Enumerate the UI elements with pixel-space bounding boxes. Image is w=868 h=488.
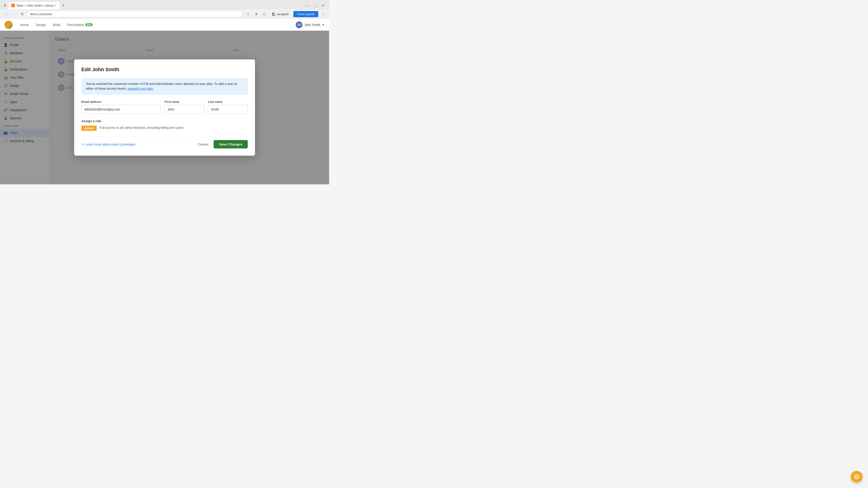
reload-button[interactable]: ↻	[19, 11, 25, 17]
first-name-field[interactable]	[164, 105, 204, 114]
learn-more-text: Learn more about roles & privileges	[86, 142, 135, 146]
alert-banner: You've reached the maximum number of Ful…	[81, 78, 248, 95]
back-button[interactable]: ←	[3, 11, 9, 17]
incognito-button[interactable]: 🕵 Incognito	[269, 11, 291, 17]
modal-footer: ↗ Learn more about roles & privileges Ca…	[81, 136, 248, 149]
extensions-button[interactable]: ⬡	[261, 11, 268, 17]
nav-item-build[interactable]: Build	[50, 22, 63, 28]
first-name-label: First name	[164, 100, 204, 103]
role-description: Full access to all Litmus features, incl…	[99, 126, 183, 130]
close-button[interactable]: ✕	[320, 2, 327, 8]
app-logo	[4, 21, 13, 29]
user-avatar-top: JS	[296, 22, 303, 28]
window-controls: — ⬜ ✕	[304, 2, 327, 8]
email-label: Email address	[81, 100, 161, 103]
modal-title: Edit John Smith	[81, 67, 248, 72]
alert-text-before: You've reached the maximum number of Ful…	[86, 82, 237, 90]
admin-role-button[interactable]: Admin	[81, 126, 97, 131]
learn-more-link[interactable]: ↗ Learn more about roles & privileges	[81, 142, 135, 146]
last-name-label: Last name	[208, 100, 248, 103]
upgrade-plan-link[interactable]: upgrade your plan.	[127, 87, 154, 90]
user-name-top: John Smith	[304, 23, 320, 27]
assign-role-label: Assign a role	[81, 119, 248, 123]
url-text: litmus.com/users	[30, 12, 52, 16]
address-actions: ☆ ⬇ ⬡ 🕵 Incognito Finish update ⋮	[245, 11, 327, 17]
forward-button[interactable]: →	[11, 11, 17, 17]
incognito-label: Incognito	[277, 12, 289, 16]
new-tab-button[interactable]: +	[60, 2, 67, 8]
email-field[interactable]	[81, 105, 161, 114]
new-badge: New	[85, 23, 93, 26]
nav-item-home[interactable]: Home	[17, 22, 32, 28]
address-bar: ← → ↻ litmus.com/users ☆ ⬇ ⬡ 🕵 Incognito…	[0, 9, 329, 19]
nav-item-personalize[interactable]: Personalize New	[64, 22, 96, 28]
email-group: Email address	[81, 100, 161, 114]
tab-nav-dropdown[interactable]: ▼	[2, 2, 8, 8]
nav-item-design[interactable]: Design	[33, 22, 49, 28]
tab-favicon	[11, 4, 15, 7]
finish-update-button[interactable]: Finish update	[293, 11, 318, 17]
download-button[interactable]: ⬇	[253, 11, 259, 17]
tab-close-button[interactable]: ✕	[54, 4, 57, 7]
restore-button[interactable]: ⬜	[312, 2, 318, 8]
nav-label-home: Home	[20, 23, 29, 27]
tab-bar: ▼ Team > John Smith > Litmus ✕ + — ⬜ ✕	[0, 0, 329, 9]
last-name-group: Last name	[208, 100, 248, 114]
app-nav-items: Home Design Build Personalize New	[17, 22, 96, 28]
edit-user-modal: Edit John Smith You've reached the maxim…	[74, 59, 255, 156]
external-link-icon: ↗	[81, 142, 84, 146]
nav-label-design: Design	[36, 23, 46, 27]
bookmark-button[interactable]: ☆	[245, 11, 251, 17]
app-topnav-right: JS John Smith ▼	[296, 22, 324, 28]
cancel-button[interactable]: Cancel	[195, 140, 211, 148]
nav-label-build: Build	[53, 23, 60, 27]
form-fields: Email address First name Last name	[81, 100, 248, 114]
nav-label-personalize: Personalize	[67, 23, 84, 27]
browser-menu-button[interactable]: ⋮	[320, 11, 327, 17]
tab-title: Team > John Smith > Litmus	[16, 4, 54, 7]
browser-tab[interactable]: Team > John Smith > Litmus ✕	[8, 2, 60, 9]
url-bar[interactable]: litmus.com/users	[27, 11, 243, 18]
incognito-icon: 🕵	[272, 12, 276, 16]
minimize-button[interactable]: —	[304, 2, 310, 8]
user-initials-top: JS	[298, 23, 301, 26]
user-dropdown-arrow[interactable]: ▼	[322, 23, 324, 26]
last-name-field[interactable]	[208, 105, 248, 114]
save-changes-button[interactable]: Save Changes	[214, 140, 248, 149]
first-name-group: First name	[164, 100, 204, 114]
app-topnav: Home Design Build Personalize New JS Joh…	[0, 19, 329, 31]
role-option-admin: Admin Full access to all Litmus features…	[81, 126, 248, 131]
modal-overlay: Edit John Smith You've reached the maxim…	[0, 31, 329, 184]
modal-actions: Cancel Save Changes	[195, 140, 248, 149]
